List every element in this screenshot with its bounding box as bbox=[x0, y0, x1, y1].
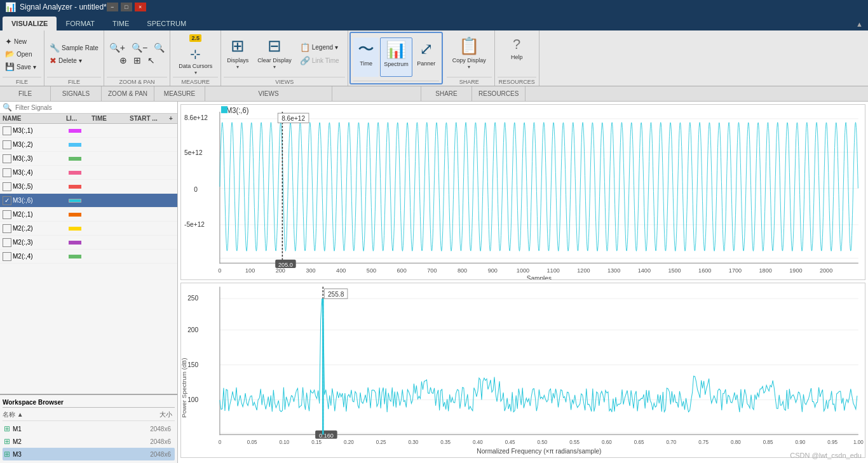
data-cursors-button[interactable]: ⊹ Data Cursors ▾ bbox=[175, 44, 215, 74]
svg-text:300: 300 bbox=[306, 266, 315, 273]
svg-text:150: 150 bbox=[187, 360, 198, 368]
minimize-button[interactable]: − bbox=[107, 3, 118, 11]
signal-row[interactable]: M3(:,5) bbox=[0, 180, 177, 194]
signal-row[interactable]: M3(:,4) bbox=[0, 166, 177, 180]
views-group: ⊞ Displays ▾ ⊟ Clear Display ▾ 📋 Legend … bbox=[221, 30, 348, 86]
svg-text:1.00: 1.00 bbox=[853, 438, 864, 445]
svg-text:2000: 2000 bbox=[820, 266, 832, 273]
signal-checkbox[interactable] bbox=[3, 210, 11, 219]
zoom-fit-button[interactable]: 🔍 bbox=[151, 42, 167, 54]
signals-group: 🔧 Sample Rate ✖ Delete ▾ FILE bbox=[44, 30, 104, 86]
delete-button[interactable]: ✖ Delete ▾ bbox=[47, 55, 85, 67]
ribbon-expand-icon[interactable]: ▲ bbox=[853, 18, 865, 30]
signal-row[interactable]: M3(:,1) bbox=[0, 124, 177, 138]
svg-text:0.55: 0.55 bbox=[569, 438, 580, 445]
close-button[interactable]: × bbox=[135, 3, 146, 11]
svg-text:400: 400 bbox=[336, 266, 346, 273]
signal-checkbox[interactable] bbox=[3, 182, 11, 191]
signal-row[interactable]: M3(:,2) bbox=[0, 138, 177, 152]
clear-display-button[interactable]: ⊟ Clear Display ▾ bbox=[254, 34, 295, 74]
app-icon: 📊 bbox=[5, 2, 16, 12]
signal-color-bar bbox=[69, 199, 81, 203]
signal-checkbox[interactable] bbox=[3, 238, 11, 247]
signal-row[interactable]: M2(:,4) bbox=[0, 250, 177, 264]
svg-text:1200: 1200 bbox=[577, 266, 590, 273]
ws-col-name: 名称 ▲ bbox=[3, 410, 124, 419]
svg-text:100: 100 bbox=[187, 395, 198, 403]
help-button[interactable]: ? Help bbox=[504, 34, 529, 74]
tab-time[interactable]: TIME bbox=[104, 17, 138, 30]
signal-row[interactable]: M2(:,2) bbox=[0, 222, 177, 236]
tab-spectrum[interactable]: SPECTRUM bbox=[138, 17, 195, 30]
file-group: ✦ New 📂 Open 💾 Save ▾ FILE bbox=[0, 30, 44, 86]
workspace-title: Workspace Browser bbox=[3, 398, 175, 408]
signal-checkbox[interactable] bbox=[3, 140, 11, 149]
svg-text:200: 200 bbox=[187, 325, 198, 333]
svg-text:0: 0 bbox=[219, 438, 222, 445]
signal-row[interactable]: M2(:,3) bbox=[0, 236, 177, 250]
displays-icon: ⊞ bbox=[231, 36, 245, 56]
svg-text:0: 0 bbox=[194, 185, 198, 193]
signal-checkbox[interactable] bbox=[3, 168, 11, 177]
maximize-button[interactable]: □ bbox=[121, 3, 132, 11]
spectrum-button[interactable]: 📊 Spectrum bbox=[380, 37, 412, 77]
copy-display-button[interactable]: 📋 Copy Display ▾ bbox=[449, 34, 489, 74]
sample-rate-button[interactable]: 🔧 Sample Rate bbox=[47, 42, 101, 54]
workspace-row[interactable]: ⊞ M3 2048x6 bbox=[3, 448, 175, 460]
workspace-rows: ⊞ M1 2048x6 ⊞ M2 2048x6 ⊞ M3 2048x6 bbox=[3, 422, 175, 460]
zoom-in-v-button[interactable]: ⊕ bbox=[117, 55, 130, 67]
time-chart: 8.6e+12 5e+12 0 -5e+12 M3(:,6) 0 100 bbox=[180, 104, 865, 280]
app-title: Signal Analyzer - untitled* bbox=[20, 3, 107, 11]
time-button[interactable]: 〜 Time bbox=[353, 37, 379, 77]
legend-button[interactable]: 📋 Legend ▾ bbox=[297, 41, 342, 53]
signal-row[interactable]: M2(:,1) bbox=[0, 208, 177, 222]
panner-button[interactable]: ⤢ Panner bbox=[414, 37, 439, 77]
sec-file: FILE bbox=[0, 86, 51, 101]
workspace-row[interactable]: ⊞ M1 2048x6 bbox=[3, 422, 175, 435]
svg-text:0.160: 0.160 bbox=[319, 431, 334, 438]
signal-checkbox[interactable]: ✓ bbox=[3, 196, 11, 205]
link-time-button[interactable]: 🔗 Link Time bbox=[297, 55, 342, 67]
tab-visualize[interactable]: VISUALIZE bbox=[3, 17, 57, 30]
sec-signals: SIGNALS bbox=[51, 86, 102, 101]
signal-checkbox[interactable] bbox=[3, 154, 11, 163]
signal-row[interactable]: M3(:,3) bbox=[0, 152, 177, 166]
time-icon: 〜 bbox=[358, 39, 374, 59]
zoom-out-button[interactable]: 🔍− bbox=[129, 42, 150, 54]
copy-display-icon: 📋 bbox=[459, 36, 479, 56]
add-col-button[interactable]: + bbox=[165, 114, 177, 123]
open-icon: 📂 bbox=[5, 50, 15, 58]
signal-checkbox[interactable] bbox=[3, 224, 11, 233]
filter-input[interactable] bbox=[14, 104, 175, 112]
svg-text:0.20: 0.20 bbox=[344, 438, 354, 445]
signal-color-bar bbox=[69, 157, 81, 161]
svg-text:1000: 1000 bbox=[517, 266, 529, 273]
signal-checkbox[interactable] bbox=[3, 126, 11, 135]
zoom-in-button[interactable]: 🔍+ bbox=[107, 42, 128, 54]
chart-area: 8.6e+12 5e+12 0 -5e+12 M3(:,6) 0 100 bbox=[178, 102, 868, 463]
svg-text:Samples: Samples bbox=[527, 274, 552, 279]
pan-button[interactable]: ↖ bbox=[145, 55, 158, 67]
sec-zoom: ZOOM & PAN bbox=[102, 86, 154, 101]
delete-icon: ✖ bbox=[50, 56, 57, 65]
svg-text:255.8: 255.8 bbox=[328, 290, 344, 297]
open-button[interactable]: 📂 Open bbox=[3, 48, 34, 60]
svg-text:-5e+12: -5e+12 bbox=[184, 220, 205, 228]
save-button[interactable]: 💾 Save ▾ bbox=[3, 61, 39, 73]
signal-color-bar bbox=[69, 143, 81, 147]
signal-color-bar bbox=[69, 129, 81, 133]
displays-button[interactable]: ⊞ Displays ▾ bbox=[224, 34, 252, 74]
svg-text:600: 600 bbox=[397, 266, 407, 273]
signal-checkbox[interactable] bbox=[3, 252, 11, 261]
time-spectrum-group: 〜 Time 📊 Spectrum ⤢ Panner bbox=[349, 32, 443, 84]
signal-row[interactable]: ✓ M3(:,6) bbox=[0, 194, 177, 208]
new-button[interactable]: ✦ New bbox=[3, 36, 29, 48]
tab-format[interactable]: FORMAT bbox=[57, 17, 104, 30]
workspace-row[interactable]: ⊞ M2 2048x6 bbox=[3, 435, 175, 448]
sec-resources: RESOURCES bbox=[472, 86, 526, 101]
svg-text:0.35: 0.35 bbox=[440, 438, 451, 445]
svg-text:0.10: 0.10 bbox=[280, 438, 290, 445]
col-header-line: LI... bbox=[64, 114, 89, 123]
resources-group-label: RESOURCES bbox=[498, 77, 536, 86]
zoom-region-button[interactable]: ⊞ bbox=[131, 55, 144, 67]
